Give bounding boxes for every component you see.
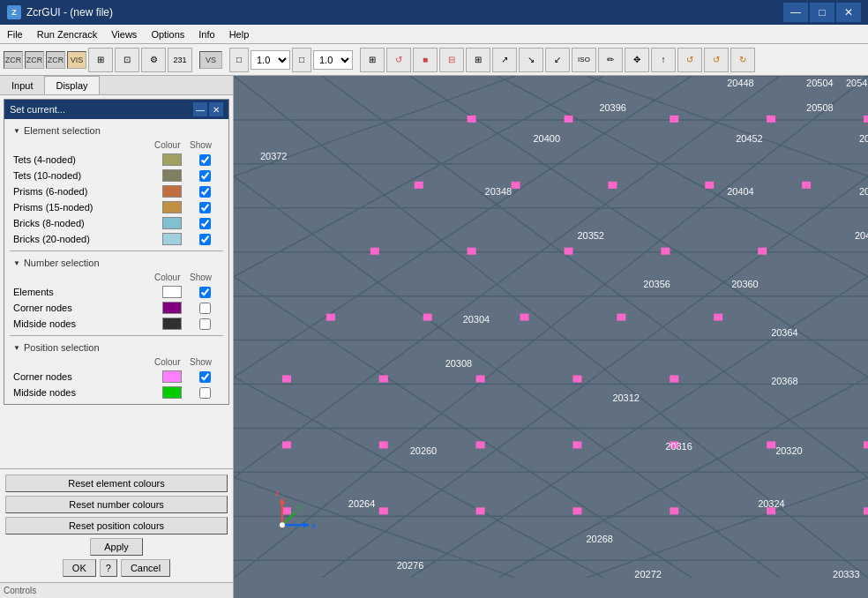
toolbar-iso[interactable]: ISO <box>572 48 596 72</box>
table-row: Prisms (6-noded) <box>10 183 223 199</box>
title-buttons: — □ ✕ <box>783 3 861 22</box>
position-selection-header: ▼ Position selection <box>10 340 223 355</box>
position-section-toggle[interactable]: ▼ <box>13 344 20 352</box>
svg-text:20368: 20368 <box>771 376 798 386</box>
colour-swatch-prisms15[interactable] <box>162 201 182 213</box>
toolbar-btn4[interactable]: 231 <box>168 48 192 72</box>
number-section-toggle[interactable]: ▼ <box>13 259 20 267</box>
toolbar-stop-btn[interactable]: ■ <box>413 48 438 72</box>
toolbar-rot1[interactable]: ↺ <box>677 48 702 72</box>
toolbar-btn2[interactable]: ⊡ <box>115 48 139 72</box>
show-cell <box>190 186 220 198</box>
show-checkbox-pos-corner[interactable] <box>199 371 211 383</box>
colour-swatch-midside-nodes[interactable] <box>162 318 182 330</box>
toolbar-up[interactable]: ↑ <box>651 48 676 72</box>
toolbar-btn3[interactable]: ⚙ <box>141 48 166 72</box>
svg-rect-66 <box>572 507 581 514</box>
set-current-close[interactable]: ✕ <box>209 102 223 116</box>
show-checkbox-tets4[interactable] <box>199 154 211 166</box>
toolbar-rec-btn[interactable]: ⊟ <box>439 48 464 72</box>
toolbar-box1[interactable]: □ <box>229 48 249 72</box>
table-row: Elements <box>10 284 223 300</box>
ok-button[interactable]: OK <box>63 559 96 577</box>
maximize-button[interactable]: □ <box>810 3 834 22</box>
tab-display[interactable]: Display <box>44 76 99 94</box>
button-area: Reset element colours Reset number colou… <box>0 468 233 582</box>
colour-swatch-pos-midside[interactable] <box>162 386 182 399</box>
reset-position-colours-button[interactable]: Reset position colours <box>5 517 228 534</box>
colour-cell <box>154 153 190 166</box>
menu-options[interactable]: Options <box>144 25 191 43</box>
position-colour-header: Colour <box>154 357 190 367</box>
set-current-content: ▼ Element selection Colour Show Tets (4-… <box>4 119 228 404</box>
show-checkbox-midside-nodes[interactable] <box>199 318 211 330</box>
toolbar-rotate-btn[interactable]: ↺ <box>386 48 411 72</box>
toolbar-move[interactable]: ✥ <box>625 48 649 72</box>
toolbar-rot3[interactable]: ↻ <box>730 48 755 72</box>
table-row: Midside nodes <box>10 385 223 400</box>
svg-rect-65 <box>476 507 485 514</box>
show-checkbox-pos-midside[interactable] <box>199 387 211 399</box>
left-panel: Input Display Set current... — ✕ ▼ Ele <box>0 76 234 598</box>
element-section-toggle[interactable]: ▼ <box>13 127 20 135</box>
mesh-svg: 20372 20448 20504 20543 20396 20400 2050… <box>234 76 868 578</box>
colour-swatch-prisms6[interactable] <box>162 185 182 198</box>
svg-rect-44 <box>608 182 617 189</box>
cancel-button[interactable]: Cancel <box>121 559 170 577</box>
set-current-minimize[interactable]: — <box>193 102 207 116</box>
toolbar-arr2[interactable]: ↘ <box>519 48 543 72</box>
show-checkbox-prisms6[interactable] <box>199 186 211 198</box>
toolbar-combo1[interactable]: 1.0 <box>251 50 290 70</box>
colour-swatch-tets4[interactable] <box>162 153 182 166</box>
svg-text:20324: 20324 <box>758 498 785 509</box>
show-checkbox-tets10[interactable] <box>199 170 211 182</box>
toolbar-arr3[interactable]: ↙ <box>545 48 570 72</box>
show-checkbox-bricks8[interactable] <box>199 218 211 229</box>
svg-text:20272: 20272 <box>634 569 662 578</box>
svg-rect-31 <box>282 376 291 383</box>
toolbar-draw[interactable]: ✏ <box>598 48 623 72</box>
toolbar-grid2-btn[interactable]: ⊞ <box>466 48 490 72</box>
set-current-title-buttons: — ✕ <box>193 102 223 116</box>
apply-button[interactable]: Apply <box>90 538 143 556</box>
menu-file[interactable]: File <box>0 25 30 43</box>
tab-input[interactable]: Input <box>0 76 44 94</box>
svg-text:20448: 20448 <box>727 78 754 88</box>
canvas-area[interactable]: 20372 20448 20504 20543 20396 20400 2050… <box>234 76 868 598</box>
row-label: Corner nodes <box>13 303 154 313</box>
panel-scroll[interactable]: Set current... — ✕ ▼ Element selection C… <box>0 95 233 468</box>
menu-info[interactable]: Info <box>191 25 221 43</box>
show-checkbox-bricks20[interactable] <box>199 234 211 245</box>
colour-swatch-corner-nodes[interactable] <box>162 302 182 314</box>
help-button[interactable]: ? <box>100 559 117 577</box>
colour-swatch-elements[interactable] <box>162 286 182 298</box>
toolbar-vs: VS <box>199 51 222 69</box>
close-button[interactable]: ✕ <box>836 3 861 22</box>
menu-help[interactable]: Help <box>222 25 257 43</box>
svg-text:20400: 20400 <box>534 133 561 144</box>
toolbar-btn1[interactable]: ⊞ <box>88 48 113 72</box>
toolbar-combo2[interactable]: 1.0 <box>313 50 353 70</box>
show-checkbox-corner-nodes[interactable] <box>199 303 211 314</box>
menu-views[interactable]: Views <box>104 25 144 43</box>
svg-text:20504: 20504 <box>806 78 834 88</box>
reset-number-colours-button[interactable]: Reset number colours <box>5 496 228 513</box>
colour-swatch-bricks20[interactable] <box>162 233 182 245</box>
colour-swatch-tets10[interactable] <box>162 169 182 182</box>
svg-rect-48 <box>661 248 670 255</box>
minimize-button[interactable]: — <box>783 3 808 22</box>
title-bar: Z ZcrGUI - (new file) — □ ✕ <box>0 0 868 25</box>
show-checkbox-prisms15[interactable] <box>199 202 211 213</box>
show-checkbox-elements[interactable] <box>199 287 211 298</box>
menu-run-zencrack[interactable]: Run Zencrack <box>30 25 104 43</box>
svg-rect-58 <box>476 441 485 448</box>
colour-swatch-pos-corner[interactable] <box>162 370 182 383</box>
controls-label: Controls <box>4 586 36 595</box>
toolbar-arr1[interactable]: ↗ <box>492 48 517 72</box>
reset-element-colours-button[interactable]: Reset element colours <box>5 475 228 492</box>
toolbar-box2[interactable]: □ <box>292 48 311 72</box>
toolbar-rot2[interactable]: ↺ <box>704 48 729 72</box>
colour-swatch-bricks8[interactable] <box>162 217 182 229</box>
toolbar-grid-btn[interactable]: ⊞ <box>360 48 385 72</box>
svg-point-112 <box>280 522 285 527</box>
